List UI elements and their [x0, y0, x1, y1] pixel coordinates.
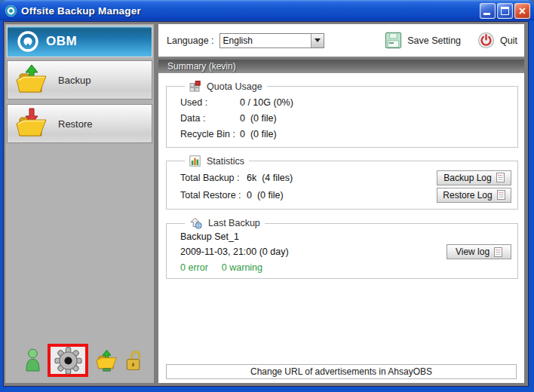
close-button[interactable]: ×	[514, 3, 530, 19]
lock-button[interactable]	[125, 349, 144, 372]
maximize-icon	[501, 7, 509, 15]
quota-usage-section: Quota Usage Used : 0 / 10G (0%) Data : 0…	[166, 81, 518, 148]
sidebar-item-label: Restore	[58, 118, 93, 130]
backup-log-button[interactable]: Backup Log	[437, 170, 511, 185]
quota-row-data: Data : 0 (0 file)	[180, 110, 511, 126]
settings-button[interactable]	[54, 347, 82, 375]
export-folder-icon	[95, 349, 118, 372]
stats-row-restore: Total Restore : 0 (0 file) Restore Log	[180, 186, 511, 204]
top-toolbar: Language : English Save Setting	[158, 24, 524, 57]
view-log-button[interactable]: View log	[447, 244, 511, 259]
title-bar: Offsite Backup Manager ×	[0, 0, 534, 21]
restore-log-label: Restore Log	[443, 190, 492, 201]
minimize-button[interactable]	[480, 3, 496, 19]
close-icon: ×	[515, 4, 529, 18]
user-profile-button[interactable]	[25, 348, 41, 372]
language-label: Language :	[167, 35, 214, 46]
quota-used-label: Used :	[180, 97, 240, 108]
maximize-button[interactable]	[497, 3, 513, 19]
settings-gear-icon	[54, 347, 82, 375]
quota-used-value: 0 / 10G (0%)	[240, 97, 293, 108]
last-backup-title: Last Backup	[208, 218, 260, 228]
save-floppy-icon	[385, 32, 402, 49]
document-icon	[496, 173, 505, 182]
view-log-label: View log	[456, 247, 490, 257]
language-select[interactable]: English	[219, 33, 324, 48]
app-logo-icon	[5, 5, 17, 17]
document-icon	[497, 190, 505, 200]
obm-logo-icon	[17, 30, 39, 53]
export-backup-button[interactable]	[95, 349, 118, 372]
last-backup-date-row: 2009-11-03, 21:00 (0 day) View log	[180, 244, 511, 259]
folder-arrow-down-icon	[14, 107, 49, 140]
main-area: Language : English Save Setting	[158, 24, 524, 383]
annotation-highlight-box	[48, 344, 88, 377]
last-backup-section: Last Backup Backup Set_1 2009-11-03, 21:…	[166, 217, 518, 279]
bar-chart-icon	[189, 155, 201, 167]
quota-grid-icon	[189, 81, 201, 92]
application-window: Offsite Backup Manager × OBM	[0, 0, 534, 392]
quota-data-value: 0 (0 file)	[240, 113, 277, 124]
padlock-icon	[125, 349, 144, 372]
last-backup-timestamp: 2009-11-03, 21:00 (0 day)	[180, 247, 447, 257]
advertisement-banner[interactable]: Change URL of advertisements in AhsayOBS	[166, 364, 517, 379]
document-icon	[494, 247, 502, 257]
warning-count: 0 warning	[222, 262, 262, 273]
sidebar-item-restore[interactable]: Restore	[7, 104, 152, 143]
minimize-icon	[483, 13, 490, 15]
language-selected-value: English	[220, 35, 311, 46]
summary-panel: Summary (kevin) Quota Usa	[158, 60, 524, 383]
sidebar-item-backup[interactable]: Backup	[7, 60, 152, 100]
obm-logo-text: OBM	[46, 34, 77, 49]
stats-row-backup: Total Backup : 6k (4 files) Backup Log	[180, 169, 511, 186]
restore-log-button[interactable]: Restore Log	[437, 188, 511, 203]
summary-header: Summary (kevin)	[158, 60, 524, 73]
save-setting-label: Save Setting	[407, 35, 461, 46]
window-body: OBM Backup Restore	[3, 21, 529, 387]
upload-globe-icon	[189, 217, 202, 229]
quota-recycle-value: 0 (0 file)	[240, 129, 277, 139]
total-restore-label: Total Restore :	[180, 190, 247, 201]
total-backup-value: 6k (4 files)	[247, 173, 437, 183]
last-backup-status: 0 error 0 warning	[180, 262, 511, 273]
sidebar: OBM Backup Restore	[5, 24, 154, 383]
power-quit-icon	[477, 32, 495, 49]
sidebar-footer-icons	[5, 344, 154, 377]
error-count: 0 error	[180, 262, 208, 273]
window-title: Offsite Backup Manager	[21, 5, 141, 17]
quit-label: Quit	[500, 35, 517, 46]
chevron-down-icon	[315, 38, 321, 42]
statistics-section: Statistics Total Backup : 6k (4 files) B…	[166, 155, 518, 210]
user-icon	[25, 348, 41, 372]
quota-row-recycle-bin: Recycle Bin : 0 (0 file)	[180, 126, 511, 142]
quota-usage-title: Quota Usage	[207, 81, 262, 92]
backup-set-name: Backup Set_1	[180, 231, 511, 243]
total-backup-label: Total Backup :	[180, 173, 247, 183]
dropdown-button[interactable]	[311, 34, 324, 47]
obm-brand-banner: OBM	[7, 26, 152, 57]
folder-arrow-up-icon	[14, 63, 49, 96]
quit-button[interactable]: Quit	[477, 32, 517, 49]
quota-row-used: Used : 0 / 10G (0%)	[180, 94, 511, 110]
quota-data-label: Data :	[180, 113, 240, 124]
save-setting-button[interactable]: Save Setting	[385, 32, 461, 49]
summary-content: Quota Usage Used : 0 / 10G (0%) Data : 0…	[158, 73, 524, 383]
statistics-title: Statistics	[207, 156, 244, 167]
sidebar-item-label: Backup	[58, 75, 91, 86]
quota-recycle-label: Recycle Bin :	[180, 129, 240, 139]
total-restore-value: 0 (0 file)	[247, 190, 437, 201]
backup-log-label: Backup Log	[443, 173, 491, 183]
